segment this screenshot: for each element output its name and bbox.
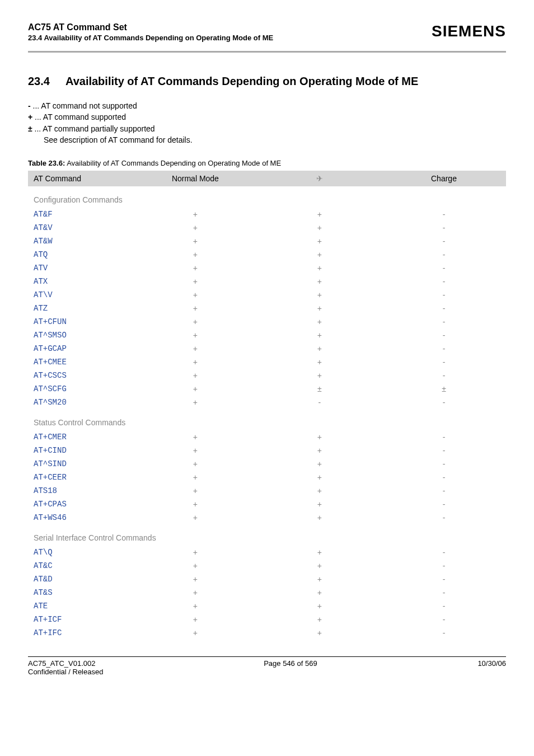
charge-cell: - — [382, 626, 506, 640]
page-footer: AC75_ATC_V01.002 Confidential / Released… — [28, 657, 506, 676]
at-command-cell[interactable]: AT&C — [28, 559, 133, 572]
airplane-mode-cell: + — [257, 586, 382, 599]
table-row: AT\Q++- — [28, 546, 506, 559]
brand-logo: SIEMENS — [432, 22, 506, 40]
table-row: ATZ++- — [28, 302, 506, 315]
charge-cell: - — [382, 342, 506, 355]
table-row: AT+CFUN++- — [28, 315, 506, 328]
header-rule — [28, 51, 506, 53]
table-header-row: AT Command Normal Mode ✈ Charge — [28, 171, 506, 186]
charge-cell: - — [382, 355, 506, 369]
normal-mode-cell: + — [133, 444, 257, 457]
commands-table: AT Command Normal Mode ✈ Charge Configur… — [28, 171, 506, 640]
airplane-mode-cell: + — [257, 471, 382, 484]
charge-cell: - — [382, 511, 506, 524]
charge-cell: - — [382, 484, 506, 497]
at-command-cell[interactable]: AT+CMEE — [28, 355, 133, 369]
airplane-mode-cell: ± — [257, 382, 382, 396]
at-command-cell[interactable]: AT^SCFG — [28, 382, 133, 396]
at-command-cell[interactable]: AT+CIND — [28, 444, 133, 457]
charge-cell: - — [382, 613, 506, 626]
normal-mode-cell: + — [133, 328, 257, 342]
at-command-cell[interactable]: ATX — [28, 275, 133, 288]
at-command-cell[interactable]: AT&V — [28, 221, 133, 234]
at-command-cell[interactable]: AT&W — [28, 234, 133, 248]
at-command-cell[interactable]: AT\Q — [28, 546, 133, 559]
footer-page-number: Page 546 of 569 — [103, 659, 477, 676]
airplane-mode-cell: + — [257, 248, 382, 261]
at-command-cell[interactable]: AT+CPAS — [28, 497, 133, 511]
table-row: AT+GCAP++- — [28, 342, 506, 355]
at-command-cell[interactable]: AT+CFUN — [28, 315, 133, 328]
at-command-cell[interactable]: AT+WS46 — [28, 511, 133, 524]
doc-subtitle: 23.4 Availability of AT Commands Dependi… — [28, 34, 432, 42]
at-command-cell[interactable]: AT^SIND — [28, 457, 133, 471]
normal-mode-cell: + — [133, 572, 257, 586]
airplane-mode-cell: + — [257, 546, 382, 559]
charge-cell: ± — [382, 382, 506, 396]
airplane-mode-cell: + — [257, 275, 382, 288]
at-command-cell[interactable]: AT+GCAP — [28, 342, 133, 355]
airplane-mode-cell: + — [257, 261, 382, 275]
normal-mode-cell: + — [133, 275, 257, 288]
airplane-mode-cell: + — [257, 342, 382, 355]
at-command-cell[interactable]: AT&F — [28, 208, 133, 221]
airplane-mode-cell: + — [257, 234, 382, 248]
legend-plusminus-text: ... AT command partially supported — [32, 124, 155, 133]
normal-mode-cell: + — [133, 234, 257, 248]
airplane-mode-cell: + — [257, 497, 382, 511]
at-command-cell[interactable]: AT&D — [28, 572, 133, 586]
at-command-cell[interactable]: AT\V — [28, 288, 133, 302]
doc-title: AC75 AT Command Set — [28, 22, 432, 32]
table-row: AT+WS46++- — [28, 511, 506, 524]
legend-plus: + — [28, 111, 32, 123]
table-section-header: Configuration Commands — [28, 186, 506, 208]
at-command-cell[interactable]: AT^SMSO — [28, 328, 133, 342]
charge-cell: - — [382, 559, 506, 572]
charge-cell: - — [382, 221, 506, 234]
airplane-mode-cell: + — [257, 355, 382, 369]
airplane-mode-cell: + — [257, 613, 382, 626]
charge-cell: - — [382, 497, 506, 511]
at-command-cell[interactable]: ATQ — [28, 248, 133, 261]
at-command-cell[interactable]: AT+CSCS — [28, 369, 133, 382]
normal-mode-cell: + — [133, 261, 257, 275]
table-caption-text: Availability of AT Commands Depending on… — [65, 159, 281, 167]
normal-mode-cell: + — [133, 248, 257, 261]
at-command-cell[interactable]: ATZ — [28, 302, 133, 315]
table-row: AT^SCFG+±± — [28, 382, 506, 396]
charge-cell: - — [382, 444, 506, 457]
col-charge: Charge — [382, 171, 506, 186]
normal-mode-cell: + — [133, 288, 257, 302]
normal-mode-cell: + — [133, 396, 257, 409]
charge-cell: - — [382, 248, 506, 261]
at-command-cell[interactable]: AT+CEER — [28, 471, 133, 484]
at-command-cell[interactable]: AT^SM20 — [28, 396, 133, 409]
legend-note: See description of AT command for detail… — [28, 134, 506, 145]
table-section-header: Serial Interface Control Commands — [28, 524, 506, 546]
normal-mode-cell: + — [133, 208, 257, 221]
normal-mode-cell: + — [133, 626, 257, 640]
legend-minus-text: ... AT command not supported — [31, 101, 137, 110]
table-row: AT^SIND++- — [28, 457, 506, 471]
normal-mode-cell: + — [133, 511, 257, 524]
table-section-header: Status Control Commands — [28, 409, 506, 430]
charge-cell: - — [382, 396, 506, 409]
airplane-mode-cell: + — [257, 288, 382, 302]
at-command-cell[interactable]: ATE — [28, 599, 133, 613]
at-command-cell[interactable]: AT+ICF — [28, 613, 133, 626]
at-command-cell[interactable]: ATV — [28, 261, 133, 275]
table-row: AT+ICF++- — [28, 613, 506, 626]
at-command-cell[interactable]: AT+CMER — [28, 430, 133, 444]
normal-mode-cell: + — [133, 342, 257, 355]
charge-cell: - — [382, 546, 506, 559]
normal-mode-cell: + — [133, 315, 257, 328]
charge-cell: - — [382, 369, 506, 382]
normal-mode-cell: + — [133, 221, 257, 234]
at-command-cell[interactable]: ATS18 — [28, 484, 133, 497]
normal-mode-cell: + — [133, 382, 257, 396]
at-command-cell[interactable]: AT&S — [28, 586, 133, 599]
normal-mode-cell: + — [133, 559, 257, 572]
at-command-cell[interactable]: AT+IFC — [28, 626, 133, 640]
airplane-mode-cell: + — [257, 599, 382, 613]
